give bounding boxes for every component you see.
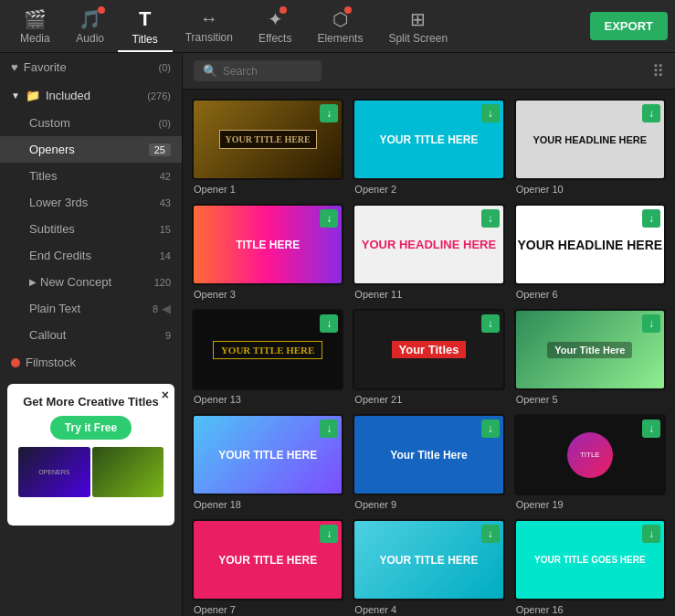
opener18-download-btn[interactable]: ↓ xyxy=(320,420,338,438)
opener21-download-btn[interactable]: ↓ xyxy=(481,314,500,333)
ad-title: Get More Creative Titles xyxy=(18,395,163,409)
nav-audio-label: Audio xyxy=(76,32,104,45)
grid-area: YOUR TITLE HERE ↓ Opener 1 YOUR TITLE HE… xyxy=(183,90,675,616)
nav-media[interactable]: 🎬 Media xyxy=(7,3,63,50)
opener19-label: Opener 19 xyxy=(514,499,666,510)
nav-transition-label: Transition xyxy=(185,31,233,44)
opener13-thumb-wrap: YOUR TITLE HERE ↓ xyxy=(192,309,343,390)
opener10-download-btn[interactable]: ↓ xyxy=(642,104,660,122)
opener11-label: Opener 11 xyxy=(353,289,504,300)
ad-try-button[interactable]: Try it Free xyxy=(50,416,132,440)
sidebar-item-custom[interactable]: Custom (0) xyxy=(0,110,182,136)
opener3-download-btn[interactable]: ↓ xyxy=(320,209,338,228)
callout-label: Callout xyxy=(29,328,165,342)
opener2-download-btn[interactable]: ↓ xyxy=(481,104,500,122)
sidebar-item-callout[interactable]: Callout 9 xyxy=(0,322,182,348)
sidebar-item-openers[interactable]: Openers 25 xyxy=(0,136,182,163)
ad-close-button[interactable]: × xyxy=(162,388,169,402)
grid-item-opener2[interactable]: YOUR TITLE HERE ↓ Opener 2 xyxy=(353,99,504,195)
opener10-text: YOUR HEADLINE HERE xyxy=(533,134,647,145)
filmstock-dot xyxy=(11,358,20,367)
sidebar-item-favorite[interactable]: ♥ Favorite (0) xyxy=(0,53,182,81)
opener11-download-btn[interactable]: ↓ xyxy=(481,209,500,228)
opener11-text: YOUR HEADLINE HERE xyxy=(362,238,496,251)
opener9-download-btn[interactable]: ↓ xyxy=(481,420,500,438)
grid-item-opener5[interactable]: Your Title Here ↓ Opener 5 xyxy=(514,309,666,405)
opener13-download-btn[interactable]: ↓ xyxy=(320,314,338,333)
sidebar-item-subtitles[interactable]: Subtitles 15 xyxy=(0,216,182,242)
opener6-download-btn[interactable]: ↓ xyxy=(642,209,660,228)
grid-item-opener18[interactable]: YOUR TITLE HERE ↓ Opener 18 xyxy=(192,414,343,510)
content-area: ♥ Favorite (0) ▼ 📁 Included (276) Custom… xyxy=(0,53,675,616)
nav-transition[interactable]: ↔ Transition xyxy=(173,3,246,49)
opener7-download-btn[interactable]: ↓ xyxy=(320,525,338,543)
search-input-wrap[interactable]: 🔍 xyxy=(194,60,322,81)
heart-icon: ♥ xyxy=(11,60,18,74)
sidebar: ♥ Favorite (0) ▼ 📁 Included (276) Custom… xyxy=(0,53,183,616)
sidebar-item-filmstock[interactable]: Filmstock xyxy=(0,348,182,377)
opener9-label: Opener 9 xyxy=(353,499,504,510)
main-panel: 🔍 ⠿ YOUR TITLE HERE ↓ Opener 1 YOUR TITL… xyxy=(183,53,675,616)
opener3-text: TITLE HERE xyxy=(236,239,300,251)
nav-audio[interactable]: 🎵 Audio xyxy=(63,3,118,50)
opener7-thumb-wrap: YOUR TITLE HERE ↓ xyxy=(192,519,343,600)
opener1-download-btn[interactable]: ↓ xyxy=(320,104,338,122)
export-button[interactable]: EXPORT xyxy=(590,12,668,40)
opener18-text: YOUR TITLE HERE xyxy=(218,449,317,462)
sidebar-item-plaintext[interactable]: Plain Text 8 ◀ xyxy=(0,295,182,322)
opener4-text: YOUR TITLE HERE xyxy=(379,554,478,567)
nav-titles[interactable]: T Titles xyxy=(118,2,173,51)
grid-item-opener19[interactable]: TITLE ↓ Opener 19 xyxy=(514,414,666,510)
nav-effects-label: Effects xyxy=(258,32,291,45)
grid-view-icon[interactable]: ⠿ xyxy=(652,61,664,81)
grid-item-opener21[interactable]: Your Titles ↓ Opener 21 xyxy=(353,309,504,405)
opener1-text: YOUR TITLE HERE xyxy=(219,130,317,149)
subtitles-count: 15 xyxy=(160,224,171,235)
subtitles-label: Subtitles xyxy=(29,222,160,236)
opener3-thumb-wrap: TITLE HERE ↓ xyxy=(192,204,343,285)
openers-label: Openers xyxy=(29,143,149,156)
opener16-download-btn[interactable]: ↓ xyxy=(642,525,660,543)
opener19-download-btn[interactable]: ↓ xyxy=(642,420,660,438)
opener4-download-btn[interactable]: ↓ xyxy=(481,525,500,543)
grid-item-opener13[interactable]: YOUR TITLE HERE ↓ Opener 13 xyxy=(192,309,343,405)
nav-effects[interactable]: ✦ Effects xyxy=(246,3,304,50)
nav-elements[interactable]: ⬡ Elements xyxy=(304,3,375,50)
chevron-right-icon: ▶ xyxy=(29,277,37,287)
included-label: Included xyxy=(46,89,142,102)
plaintext-label: Plain Text xyxy=(29,302,153,315)
chevron-down-icon: ▼ xyxy=(11,90,20,101)
arrow-icon: ◀ xyxy=(162,302,171,315)
opener2-thumb-wrap: YOUR TITLE HERE ↓ xyxy=(353,99,504,180)
sidebar-item-endcredits[interactable]: End Credits 14 xyxy=(0,242,182,269)
ad-images: OPENERS xyxy=(18,447,163,497)
grid-item-opener11[interactable]: YOUR HEADLINE HERE ↓ Opener 11 xyxy=(353,204,504,300)
sidebar-item-lower3rds[interactable]: Lower 3rds 43 xyxy=(0,189,182,216)
opener10-label: Opener 10 xyxy=(514,184,666,195)
titles-count: 42 xyxy=(160,171,171,182)
sidebar-item-titles[interactable]: Titles 42 xyxy=(0,163,182,189)
newconcept-label: New Concept xyxy=(40,275,154,289)
opener16-label: Opener 16 xyxy=(514,604,666,615)
sidebar-item-newconcept[interactable]: ▶ New Concept 120 xyxy=(0,269,182,295)
filmstock-label: Filmstock xyxy=(26,356,76,369)
audio-icon: 🎵 xyxy=(79,8,101,30)
grid-item-opener9[interactable]: Your Title Here ↓ Opener 9 xyxy=(353,414,504,510)
grid-item-opener1[interactable]: YOUR TITLE HERE ↓ Opener 1 xyxy=(192,99,343,195)
lower3rds-label: Lower 3rds xyxy=(29,196,160,209)
nav-splitscreen[interactable]: ⊞ Split Screen xyxy=(375,3,460,50)
opener5-download-btn[interactable]: ↓ xyxy=(642,314,660,333)
grid-item-opener7[interactable]: YOUR TITLE HERE ↓ Opener 7 xyxy=(192,519,343,615)
favorite-label: Favorite xyxy=(24,60,159,74)
opener7-text: YOUR TITLE HERE xyxy=(218,554,317,567)
opener6-text: YOUR HEADLINE HERE xyxy=(517,238,662,252)
favorite-count: (0) xyxy=(159,62,171,73)
search-input[interactable] xyxy=(223,65,312,78)
grid-item-opener4[interactable]: YOUR TITLE HERE ↓ Opener 4 xyxy=(353,519,504,615)
grid-item-opener6[interactable]: YOUR HEADLINE HERE ↓ Opener 6 xyxy=(514,204,666,300)
grid-item-opener3[interactable]: TITLE HERE ↓ Opener 3 xyxy=(192,204,343,300)
grid-item-opener16[interactable]: YOUR TITLE GOES HERE ↓ Opener 16 xyxy=(514,519,666,615)
sidebar-included-header[interactable]: ▼ 📁 Included (276) xyxy=(0,81,182,110)
grid-item-opener10[interactable]: YOUR HEADLINE HERE ↓ Opener 10 xyxy=(514,99,666,195)
effects-icon: ✦ xyxy=(268,8,283,30)
